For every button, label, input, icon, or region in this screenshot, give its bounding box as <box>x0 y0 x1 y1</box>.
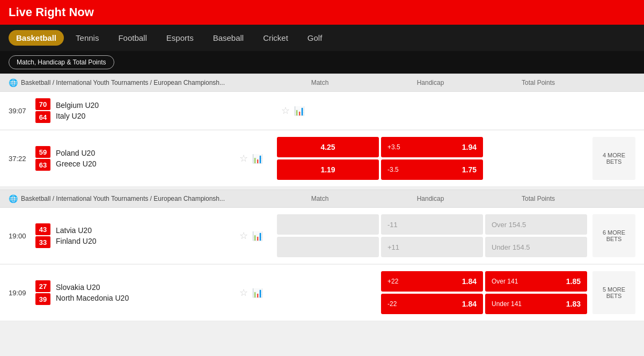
handicap-odds-col: +22 1.84 -22 1.84 <box>381 271 483 314</box>
more-bets-btn[interactable]: 5 MORE BETS <box>592 271 635 314</box>
total-home-label: Over 141 <box>492 278 518 285</box>
section2-breadcrumb: Basketball / International Youth Tournam… <box>21 195 263 202</box>
score-away: 63 <box>35 159 50 171</box>
score-away: 33 <box>35 236 50 248</box>
section1-header: 🌐 Basketball / International Youth Tourn… <box>0 74 644 92</box>
match-away-odds-btn[interactable]: 1.19 <box>277 159 379 180</box>
score-home: 43 <box>35 223 50 235</box>
handicap-away-label: +11 <box>387 243 399 251</box>
favorite-star-icon[interactable]: ☆ <box>281 105 290 117</box>
total-odds-col: Over 141 1.85 Under 141 1.83 <box>485 271 587 314</box>
tab-golf[interactable]: Golf <box>300 30 330 46</box>
globe-icon: 🌐 <box>9 194 18 203</box>
team-away: North Macedonia U20 <box>56 294 234 302</box>
handicap-away-btn[interactable]: -3.5 1.75 <box>381 159 483 180</box>
handicap-away-btn[interactable]: -22 1.84 <box>381 294 483 314</box>
match-row-belgium-italy: 39:07 70 64 Belgium U20 Italy U20 ☆ 📊 <box>0 92 644 130</box>
section2-col-total: Total Points <box>487 195 589 202</box>
team-away: Greece U20 <box>56 159 234 168</box>
handicap-home-label: -11 <box>387 221 398 229</box>
odds-area: -11 +11 Over 154.5 Under 154.5 <box>277 214 587 257</box>
stats-bar-icon[interactable]: 📊 <box>252 154 263 164</box>
favorite-star-icon[interactable]: ☆ <box>239 287 248 299</box>
globe-icon: 🌐 <box>9 78 18 87</box>
team-names: Poland U20 Greece U20 <box>56 149 234 168</box>
more-bets-btn[interactable]: 4 MORE BETS <box>592 137 635 180</box>
favorite-star-icon[interactable]: ☆ <box>239 230 248 242</box>
match-odds-col: 4.25 1.19 <box>277 137 379 180</box>
handicap-away-label: -3.5 <box>387 166 399 173</box>
tab-tennis[interactable]: Tennis <box>68 30 106 46</box>
score-box: 43 33 <box>35 223 50 248</box>
odds-area: 4.25 1.19 +3.5 1.94 -3.5 1.75 <box>277 137 587 180</box>
match-away-odds-value: 1.19 <box>320 165 335 174</box>
tab-baseball[interactable]: Baseball <box>206 30 252 46</box>
team-home: Latvia U20 <box>56 226 234 235</box>
live-header: Live Right Now <box>0 0 644 25</box>
match-icons: ☆ 📊 <box>281 105 313 117</box>
score-home: 70 <box>35 98 50 110</box>
filter-match-handicap-total[interactable]: Match, Handicap & Total Points <box>9 55 114 69</box>
total-home-odds: 1.85 <box>566 277 581 286</box>
score-box: 70 64 <box>35 98 50 123</box>
team-away: Italy U20 <box>56 112 276 120</box>
tab-basketball[interactable]: Basketball <box>9 30 64 46</box>
sport-nav: Basketball Tennis Football Esports Baseb… <box>0 25 644 51</box>
score-box: 27 39 <box>35 280 50 305</box>
team-home: Belgium U20 <box>56 101 276 110</box>
match-time: 19:09 <box>9 289 30 297</box>
total-away-label: Under 154.5 <box>492 243 530 251</box>
section1-col-total: Total Points <box>487 79 589 86</box>
handicap-home-odds: 1.84 <box>462 277 477 286</box>
filter-bar: Match, Handicap & Total Points <box>0 51 644 74</box>
score-away: 39 <box>35 293 50 305</box>
tab-football[interactable]: Football <box>111 30 154 46</box>
handicap-odds-col: -11 +11 <box>381 214 483 257</box>
handicap-home-label: +22 <box>387 278 398 285</box>
section1-col-match: Match <box>266 79 374 86</box>
page-title: Live Right Now <box>9 5 635 19</box>
score-home: 27 <box>35 280 50 292</box>
stats-bar-icon[interactable]: 📊 <box>252 231 263 241</box>
section2-col-handicap: Handicap <box>377 195 484 202</box>
handicap-home-btn[interactable]: +3.5 1.94 <box>381 137 483 157</box>
match-icons: ☆ 📊 <box>239 230 272 242</box>
stats-bar-icon[interactable]: 📊 <box>252 288 263 298</box>
total-home-btn[interactable]: Over 141 1.85 <box>485 271 587 292</box>
match-icons: ☆ 📊 <box>239 287 272 299</box>
match-time: 19:00 <box>9 232 30 240</box>
match-time: 37:22 <box>9 155 30 163</box>
odds-area: +22 1.84 -22 1.84 Over 141 1.85 Under 14… <box>277 271 587 314</box>
section1-col-handicap: Handicap <box>377 79 484 86</box>
favorite-star-icon[interactable]: ☆ <box>239 152 248 164</box>
match-icons: ☆ 📊 <box>239 152 272 164</box>
team-names: Slovakia U20 North Macedonia U20 <box>56 283 234 302</box>
handicap-home-btn[interactable]: +22 1.84 <box>381 271 483 292</box>
total-odds-col: Over 154.5 Under 154.5 <box>485 214 587 257</box>
total-away-btn[interactable]: Under 141 1.83 <box>485 294 587 314</box>
match-home-odds-value: 4.25 <box>320 143 335 151</box>
more-bets-btn[interactable]: 6 MORE BETS <box>592 214 635 257</box>
match-time: 39:07 <box>9 107 30 115</box>
handicap-home-label: +3.5 <box>387 143 400 151</box>
handicap-away-label: -22 <box>387 300 397 308</box>
match-row-latvia-finland: 19:00 43 33 Latvia U20 Finland U20 ☆ 📊 -… <box>0 208 644 265</box>
handicap-away-odds: 1.84 <box>462 300 477 308</box>
tab-esports[interactable]: Esports <box>159 30 201 46</box>
stats-bar-icon[interactable]: 📊 <box>294 106 305 116</box>
total-away-label: Under 141 <box>492 300 522 308</box>
section1-breadcrumb: Basketball / International Youth Tournam… <box>21 79 263 86</box>
match-home-odds-btn[interactable]: 4.25 <box>277 137 379 157</box>
team-names: Belgium U20 Italy U20 <box>56 101 276 120</box>
team-home: Poland U20 <box>56 149 234 157</box>
total-away-odds: 1.83 <box>566 300 581 308</box>
match-row-slovakia-northmacedonia: 19:09 27 39 Slovakia U20 North Macedonia… <box>0 265 644 322</box>
score-box: 59 63 <box>35 146 50 171</box>
match-odds-col <box>277 214 379 257</box>
match-row-poland-greece: 37:22 59 63 Poland U20 Greece U20 ☆ 📊 4.… <box>0 130 644 187</box>
tab-cricket[interactable]: Cricket <box>255 30 296 46</box>
score-away: 64 <box>35 111 50 123</box>
total-home-label: Over 154.5 <box>492 221 526 229</box>
team-names: Latvia U20 Finland U20 <box>56 226 234 245</box>
score-home: 59 <box>35 146 50 158</box>
